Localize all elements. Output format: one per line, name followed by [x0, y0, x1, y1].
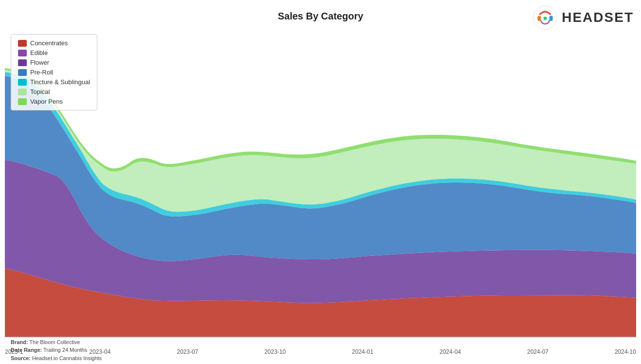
legend-label: Topical [30, 88, 50, 95]
legend-swatch [18, 89, 27, 95]
chart-legend: ConcentratesEdibleFlowerPre-RollTincture… [11, 34, 97, 110]
legend-swatch [18, 98, 27, 105]
chart-svg [5, 32, 636, 337]
legend-label: Vapor Pens [30, 98, 63, 105]
legend-swatch [18, 40, 27, 47]
chart-area [5, 32, 636, 337]
legend-item: Vapor Pens [18, 98, 90, 105]
legend-label: Tincture & Sublingual [30, 78, 90, 86]
x-axis-label: 2023-07 [177, 348, 198, 355]
chart-title: Sales By Category [0, 11, 641, 22]
legend-item: Tincture & Sublingual [18, 78, 90, 86]
x-axis-label: 2024-04 [440, 348, 461, 355]
legend-label: Pre-Roll [30, 69, 53, 76]
x-axis-label: 2024-10 [615, 348, 636, 355]
legend-item: Pre-Roll [18, 69, 90, 76]
source-value: Headset.io Cannabis Insights [32, 355, 102, 361]
legend-label: Concentrates [30, 39, 68, 47]
legend-swatch [18, 79, 27, 86]
x-axis-label: 2024-01 [352, 348, 373, 355]
x-axis-label: 2024-07 [527, 348, 549, 355]
legend-label: Flower [30, 59, 49, 66]
x-axis-label: 2023-10 [264, 348, 286, 355]
date-label: Date Range: [11, 347, 42, 353]
legend-swatch [18, 50, 27, 56]
page-container: HEADSET Sales By Category ConcentratesEd… [0, 0, 641, 364]
source-label: Source: [11, 355, 31, 361]
brand-label: Brand: [11, 339, 28, 345]
legend-item: Topical [18, 88, 90, 95]
legend-item: Concentrates [18, 39, 90, 47]
legend-swatch [18, 59, 27, 66]
legend-item: Edible [18, 49, 90, 56]
date-value: Trailing 24 Months [43, 347, 87, 353]
brand-value: The Bloom Collective [29, 339, 80, 345]
legend-item: Flower [18, 59, 90, 66]
footer-info: Brand: The Bloom Collective Date Range: … [11, 338, 102, 363]
legend-label: Edible [30, 49, 48, 56]
legend-swatch [18, 69, 27, 76]
